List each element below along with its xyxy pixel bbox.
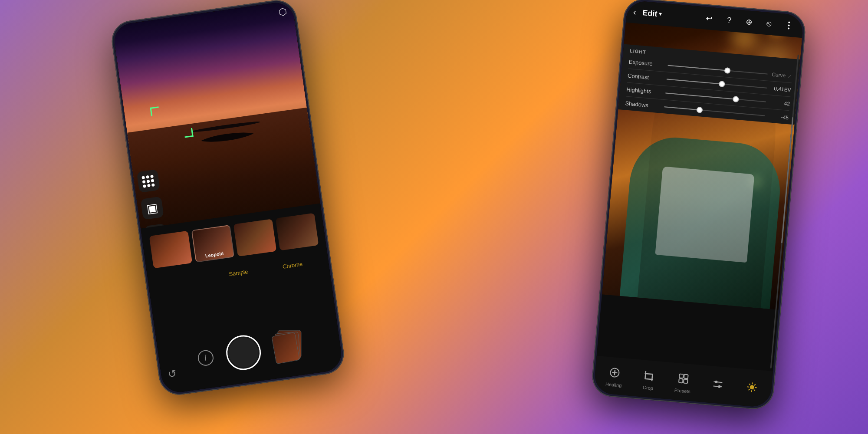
highlights-value: 42 bbox=[770, 99, 790, 107]
boat-rim bbox=[191, 120, 260, 133]
shadows-fill bbox=[664, 106, 699, 110]
shadows-value: -45 bbox=[769, 113, 789, 121]
shadows-slider[interactable] bbox=[664, 106, 765, 116]
square-icon[interactable]: ▣ bbox=[140, 196, 164, 220]
exposure-label: Exposure bbox=[628, 59, 664, 68]
dot bbox=[151, 183, 155, 187]
filter-leopold-label: Leopold bbox=[196, 250, 233, 260]
grid-dots bbox=[141, 174, 155, 187]
dot bbox=[150, 174, 154, 178]
camera-bottom-panel: Leopold Sample Chrome i bbox=[141, 203, 344, 395]
contrast-thumb[interactable] bbox=[719, 81, 725, 87]
shutter-area: i bbox=[157, 322, 342, 381]
rotate-icon[interactable]: ⬡ bbox=[278, 6, 287, 18]
more-button[interactable] bbox=[780, 17, 797, 34]
contrast-value: 0.41EV bbox=[771, 85, 791, 93]
crop-corner-br bbox=[184, 128, 194, 138]
reload-icon[interactable]: ↺ bbox=[167, 368, 178, 381]
sun-icon-svg bbox=[746, 381, 759, 394]
dot bbox=[142, 180, 146, 184]
dot bbox=[147, 184, 151, 187]
adjust-icon bbox=[709, 375, 726, 392]
curve-label: Curve ⟋ bbox=[772, 71, 792, 79]
gallery-stack[interactable] bbox=[271, 329, 304, 365]
back-button[interactable]: ‹ bbox=[633, 7, 637, 17]
svg-point-10 bbox=[718, 385, 721, 388]
svg-rect-6 bbox=[684, 379, 688, 383]
dot bbox=[143, 184, 146, 188]
dot bbox=[151, 179, 154, 182]
adjust-tool[interactable] bbox=[705, 375, 730, 395]
bottom-left-icons: ↺ bbox=[167, 368, 178, 381]
right-phone-screen: ‹ Edit ▾ ↩ ? ⊕ ⎋ LIGHT bbox=[593, 0, 804, 408]
dot bbox=[788, 27, 789, 29]
svg-rect-5 bbox=[679, 378, 683, 383]
highlights-thumb[interactable] bbox=[733, 95, 739, 102]
edit-dropdown-arrow[interactable]: ▾ bbox=[659, 11, 662, 17]
shutter-button[interactable] bbox=[224, 333, 263, 372]
grid-icon[interactable] bbox=[136, 169, 160, 193]
crop-label: Crop bbox=[643, 385, 654, 391]
svg-line-16 bbox=[749, 384, 750, 385]
crop-icon bbox=[641, 367, 658, 384]
svg-rect-3 bbox=[679, 374, 684, 378]
info-icon[interactable]: i bbox=[197, 349, 214, 367]
filter-thumb-3[interactable] bbox=[233, 219, 277, 256]
dot bbox=[141, 176, 145, 179]
svg-rect-4 bbox=[684, 374, 688, 378]
brightness-tool[interactable] bbox=[740, 378, 765, 398]
highlights-label: Highlights bbox=[626, 86, 661, 96]
three-dots-icon bbox=[788, 21, 790, 29]
highlights-fill bbox=[665, 92, 736, 99]
exposure-thumb[interactable] bbox=[724, 67, 731, 74]
edit-title-text: Edit bbox=[642, 8, 658, 19]
healing-tool[interactable]: Healing bbox=[602, 364, 627, 388]
presets-icon-svg bbox=[677, 372, 690, 385]
sun-icon bbox=[743, 378, 760, 395]
svg-point-8 bbox=[715, 380, 718, 383]
dot bbox=[788, 24, 789, 26]
info-symbol: i bbox=[204, 353, 207, 362]
healing-icon-svg bbox=[608, 366, 621, 379]
filter-thumb-leopold[interactable]: Leopold bbox=[191, 225, 235, 263]
undo-button[interactable]: ↩ bbox=[701, 10, 718, 27]
header-spacer bbox=[666, 15, 697, 17]
filter-thumb-4[interactable] bbox=[276, 213, 319, 251]
svg-line-18 bbox=[754, 384, 756, 385]
edit-title: Edit ▾ bbox=[642, 8, 662, 19]
svg-point-11 bbox=[750, 385, 754, 389]
gallery-card-3 bbox=[271, 332, 299, 364]
svg-line-19 bbox=[749, 389, 750, 390]
presets-label: Presets bbox=[674, 387, 690, 394]
healing-label: Healing bbox=[605, 381, 622, 388]
svg-line-17 bbox=[754, 389, 755, 391]
dot bbox=[146, 175, 149, 178]
contrast-label: Contrast bbox=[628, 72, 663, 82]
crop-icon-svg bbox=[642, 369, 655, 382]
shadows-label: Shadows bbox=[625, 100, 660, 109]
crop-overlay bbox=[150, 102, 193, 142]
dot bbox=[788, 21, 790, 23]
svg-line-2 bbox=[612, 372, 617, 373]
presets-tool[interactable]: Presets bbox=[670, 370, 696, 395]
shutter-inner bbox=[227, 336, 260, 369]
exposure-fill bbox=[668, 65, 728, 71]
add-button[interactable]: ⊕ bbox=[741, 13, 758, 30]
dot bbox=[146, 179, 150, 183]
adjust-icon-svg bbox=[711, 378, 724, 391]
share-button[interactable]: ⎋ bbox=[760, 15, 777, 32]
help-button[interactable]: ? bbox=[721, 12, 738, 29]
shadows-thumb[interactable] bbox=[696, 106, 703, 113]
contrast-fill bbox=[667, 79, 722, 84]
filter-chrome-label: Chrome bbox=[282, 261, 303, 270]
crop-tool[interactable]: Crop bbox=[636, 367, 661, 391]
presets-icon bbox=[675, 370, 692, 387]
right-phone: ‹ Edit ▾ ↩ ? ⊕ ⎋ LIGHT bbox=[591, 0, 807, 411]
healing-icon bbox=[606, 364, 623, 381]
filter-thumb-1[interactable] bbox=[149, 230, 193, 268]
